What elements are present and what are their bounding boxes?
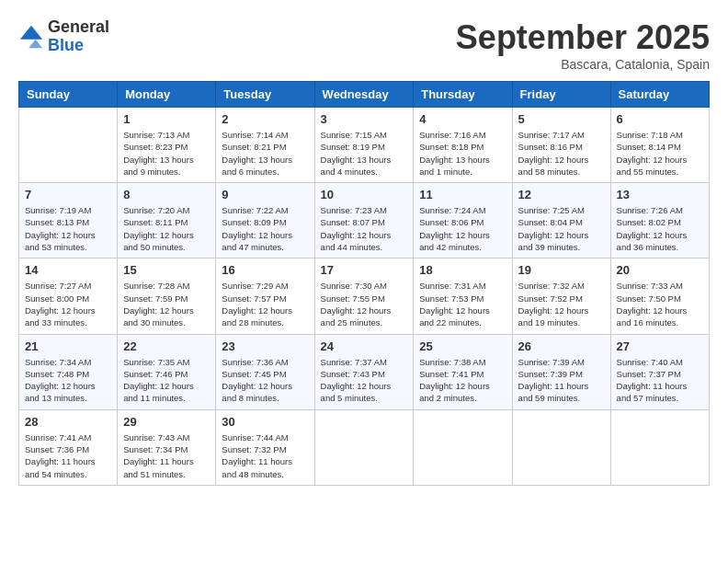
day-info: Sunrise: 7:44 AMSunset: 7:32 PMDaylight:… [222, 431, 308, 480]
table-row [314, 409, 414, 485]
table-row [19, 108, 118, 183]
day-number: 21 [25, 339, 111, 353]
table-row: 23Sunrise: 7:36 AMSunset: 7:45 PMDayligh… [216, 334, 314, 409]
table-row: 17Sunrise: 7:30 AMSunset: 7:55 PMDayligh… [314, 259, 414, 334]
day-info: Sunrise: 7:34 AMSunset: 7:48 PMDaylight:… [25, 356, 111, 405]
col-saturday: Saturday [610, 82, 709, 108]
table-row: 4Sunrise: 7:16 AMSunset: 8:18 PMDaylight… [414, 108, 512, 183]
day-info: Sunrise: 7:37 AMSunset: 7:43 PMDaylight:… [321, 356, 408, 405]
day-number: 7 [25, 188, 111, 201]
calendar-table: Sunday Monday Tuesday Wednesday Thursday… [18, 81, 710, 486]
day-number: 4 [419, 112, 506, 126]
table-row: 24Sunrise: 7:37 AMSunset: 7:43 PMDayligh… [314, 334, 414, 409]
day-info: Sunrise: 7:29 AMSunset: 7:57 PMDaylight:… [222, 280, 308, 328]
day-info: Sunrise: 7:19 AMSunset: 8:13 PMDaylight:… [25, 204, 111, 253]
logo-text: General Blue [48, 18, 109, 55]
day-number: 17 [321, 263, 408, 277]
table-row: 28Sunrise: 7:41 AMSunset: 7:36 PMDayligh… [19, 409, 118, 485]
day-number: 11 [419, 188, 506, 201]
table-row: 6Sunrise: 7:18 AMSunset: 8:14 PMDaylight… [610, 108, 709, 183]
logo-general: General [48, 18, 109, 37]
day-info: Sunrise: 7:31 AMSunset: 7:53 PMDaylight:… [419, 280, 506, 328]
day-number: 14 [25, 263, 111, 277]
day-info: Sunrise: 7:32 AMSunset: 7:52 PMDaylight:… [518, 280, 605, 328]
day-number: 30 [222, 415, 308, 429]
day-number: 12 [518, 188, 605, 201]
day-number: 3 [321, 112, 408, 126]
month-title: September 2025 [456, 18, 710, 57]
table-row: 30Sunrise: 7:44 AMSunset: 7:32 PMDayligh… [216, 409, 314, 485]
col-wednesday: Wednesday [314, 82, 414, 108]
svg-marker-1 [28, 40, 42, 48]
logo-blue: Blue [48, 37, 109, 55]
day-info: Sunrise: 7:28 AMSunset: 7:59 PMDaylight:… [123, 280, 210, 328]
table-row: 5Sunrise: 7:17 AMSunset: 8:16 PMDaylight… [512, 108, 610, 183]
table-row: 8Sunrise: 7:20 AMSunset: 8:11 PMDaylight… [118, 183, 216, 259]
table-row: 14Sunrise: 7:27 AMSunset: 8:00 PMDayligh… [19, 259, 118, 334]
page-header: General Blue September 2025 Bascara, Cat… [18, 18, 710, 72]
day-info: Sunrise: 7:38 AMSunset: 7:41 PMDaylight:… [419, 356, 506, 405]
day-info: Sunrise: 7:25 AMSunset: 8:04 PMDaylight:… [518, 204, 605, 253]
logo-icon [18, 24, 44, 50]
col-monday: Monday [118, 82, 216, 108]
calendar-week-row: 7Sunrise: 7:19 AMSunset: 8:13 PMDaylight… [19, 183, 710, 259]
day-info: Sunrise: 7:14 AMSunset: 8:21 PMDaylight:… [222, 129, 308, 178]
day-number: 23 [222, 339, 308, 353]
day-info: Sunrise: 7:23 AMSunset: 8:07 PMDaylight:… [321, 204, 408, 253]
day-info: Sunrise: 7:26 AMSunset: 8:02 PMDaylight:… [617, 204, 703, 253]
table-row: 18Sunrise: 7:31 AMSunset: 7:53 PMDayligh… [414, 259, 512, 334]
day-info: Sunrise: 7:16 AMSunset: 8:18 PMDaylight:… [419, 129, 506, 178]
table-row: 20Sunrise: 7:33 AMSunset: 7:50 PMDayligh… [610, 259, 709, 334]
calendar-week-row: 28Sunrise: 7:41 AMSunset: 7:36 PMDayligh… [19, 409, 710, 485]
table-row: 27Sunrise: 7:40 AMSunset: 7:37 PMDayligh… [610, 334, 709, 409]
calendar-week-row: 1Sunrise: 7:13 AMSunset: 8:23 PMDaylight… [19, 108, 710, 183]
day-info: Sunrise: 7:36 AMSunset: 7:45 PMDaylight:… [222, 356, 308, 405]
table-row [610, 409, 709, 485]
table-row: 7Sunrise: 7:19 AMSunset: 8:13 PMDaylight… [19, 183, 118, 259]
day-info: Sunrise: 7:20 AMSunset: 8:11 PMDaylight:… [123, 204, 210, 253]
table-row: 9Sunrise: 7:22 AMSunset: 8:09 PMDaylight… [216, 183, 314, 259]
location-subtitle: Bascara, Catalonia, Spain [456, 57, 710, 72]
day-info: Sunrise: 7:40 AMSunset: 7:37 PMDaylight:… [617, 356, 703, 405]
day-number: 9 [222, 188, 308, 201]
table-row: 16Sunrise: 7:29 AMSunset: 7:57 PMDayligh… [216, 259, 314, 334]
col-friday: Friday [512, 82, 610, 108]
day-info: Sunrise: 7:30 AMSunset: 7:55 PMDaylight:… [321, 280, 408, 328]
day-number: 10 [321, 188, 408, 201]
day-info: Sunrise: 7:13 AMSunset: 8:23 PMDaylight:… [123, 129, 210, 178]
day-info: Sunrise: 7:35 AMSunset: 7:46 PMDaylight:… [123, 356, 210, 405]
calendar-header-row: Sunday Monday Tuesday Wednesday Thursday… [19, 82, 710, 108]
col-sunday: Sunday [19, 82, 118, 108]
day-info: Sunrise: 7:17 AMSunset: 8:16 PMDaylight:… [518, 129, 605, 178]
calendar-week-row: 21Sunrise: 7:34 AMSunset: 7:48 PMDayligh… [19, 334, 710, 409]
day-number: 16 [222, 263, 308, 277]
day-number: 28 [25, 415, 111, 429]
col-thursday: Thursday [414, 82, 512, 108]
day-number: 8 [123, 188, 210, 201]
day-number: 19 [518, 263, 605, 277]
table-row: 26Sunrise: 7:39 AMSunset: 7:39 PMDayligh… [512, 334, 610, 409]
table-row: 21Sunrise: 7:34 AMSunset: 7:48 PMDayligh… [19, 334, 118, 409]
table-row: 12Sunrise: 7:25 AMSunset: 8:04 PMDayligh… [512, 183, 610, 259]
col-tuesday: Tuesday [216, 82, 314, 108]
day-number: 29 [123, 415, 210, 429]
day-number: 15 [123, 263, 210, 277]
table-row [414, 409, 512, 485]
day-info: Sunrise: 7:39 AMSunset: 7:39 PMDaylight:… [518, 356, 605, 405]
table-row: 29Sunrise: 7:43 AMSunset: 7:34 PMDayligh… [118, 409, 216, 485]
table-row: 13Sunrise: 7:26 AMSunset: 8:02 PMDayligh… [610, 183, 709, 259]
table-row: 25Sunrise: 7:38 AMSunset: 7:41 PMDayligh… [414, 334, 512, 409]
logo: General Blue [18, 18, 109, 55]
day-info: Sunrise: 7:27 AMSunset: 8:00 PMDaylight:… [25, 280, 111, 328]
day-number: 27 [617, 339, 703, 353]
day-info: Sunrise: 7:24 AMSunset: 8:06 PMDaylight:… [419, 204, 506, 253]
table-row: 15Sunrise: 7:28 AMSunset: 7:59 PMDayligh… [118, 259, 216, 334]
day-info: Sunrise: 7:43 AMSunset: 7:34 PMDaylight:… [123, 431, 210, 480]
day-number: 13 [617, 188, 703, 201]
day-number: 18 [419, 263, 506, 277]
day-number: 24 [321, 339, 408, 353]
day-number: 26 [518, 339, 605, 353]
table-row: 3Sunrise: 7:15 AMSunset: 8:19 PMDaylight… [314, 108, 414, 183]
calendar-week-row: 14Sunrise: 7:27 AMSunset: 8:00 PMDayligh… [19, 259, 710, 334]
table-row: 22Sunrise: 7:35 AMSunset: 7:46 PMDayligh… [118, 334, 216, 409]
